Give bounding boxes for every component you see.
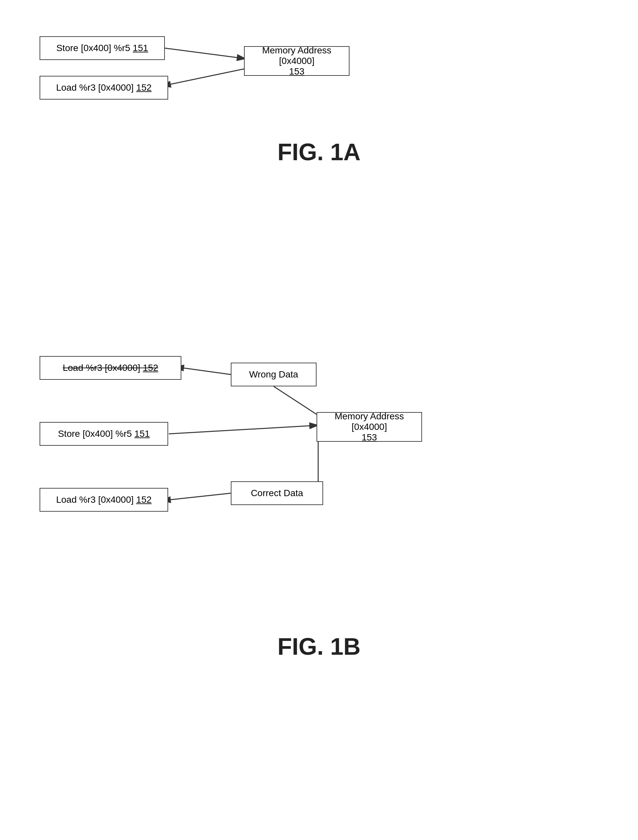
- fig1b-store-box: Store [0x400] %r5 151: [39, 422, 168, 446]
- fig1b-load-correct-box: Load %r3 [0x4000] 152: [39, 488, 168, 512]
- fig1a-load-ref: 152: [136, 82, 152, 93]
- fig1a-memory-box: Memory Address [0x4000] 153: [244, 46, 349, 76]
- svg-line-8: [169, 425, 318, 434]
- fig1b-load-correct-ref: 152: [136, 494, 152, 505]
- fig1b-wrong-data-label: Wrong Data: [249, 369, 298, 380]
- fig1b-memory-line1: Memory Address [0x4000]: [323, 411, 415, 432]
- fig1b-load-wrong-ref: 152: [143, 363, 158, 373]
- fig1b-diagram: Load %r3 [0x4000] 152 Store [0x400] %r5 …: [20, 346, 618, 676]
- fig1b-memory-text: Memory Address [0x4000] 153: [323, 411, 415, 443]
- fig1a-store-box: Store [0x400] %r5 151: [39, 36, 165, 60]
- fig1b-correct-data-label: Correct Data: [251, 488, 303, 499]
- fig1a-store-text: Store [0x400] %r5 151: [56, 43, 148, 54]
- fig1a-store-ref: 151: [133, 43, 148, 53]
- svg-line-10: [274, 386, 318, 415]
- fig1a-memory-text: Memory Address [0x4000] 153: [251, 45, 343, 77]
- fig1a-diagram: Store [0x400] %r5 151 Load %r3 [0x4000] …: [20, 20, 618, 211]
- fig1b-load-wrong-box: Load %r3 [0x4000] 152: [39, 356, 182, 380]
- fig1a-memory-line2: 153: [251, 66, 343, 77]
- fig1a-load-text: Load %r3 [0x4000] 152: [56, 82, 152, 93]
- fig1b-load-correct-text: Load %r3 [0x4000] 152: [56, 494, 152, 505]
- fig1a-load-box: Load %r3 [0x4000] 152: [39, 76, 168, 99]
- fig1b-store-ref: 151: [134, 429, 150, 439]
- fig1b-memory-box: Memory Address [0x4000] 153: [316, 412, 422, 442]
- fig1a-memory-line1: Memory Address [0x4000]: [251, 45, 343, 66]
- fig1b-load-wrong-text: Load %r3 [0x4000] 152: [63, 363, 158, 373]
- fig1b-caption: FIG. 1B: [20, 633, 618, 660]
- svg-line-9: [170, 493, 231, 500]
- svg-line-3: [170, 69, 246, 84]
- fig1a-caption: FIG. 1A: [20, 139, 618, 166]
- svg-line-2: [165, 48, 246, 59]
- fig1b-correct-data-box: Correct Data: [231, 481, 323, 505]
- fig1b-wrong-data-box: Wrong Data: [231, 363, 316, 386]
- fig1b-store-text: Store [0x400] %r5 151: [58, 429, 150, 439]
- fig1b-memory-line2: 153: [323, 432, 415, 443]
- page: Store [0x400] %r5 151 Load %r3 [0x4000] …: [0, 0, 638, 840]
- svg-line-7: [183, 368, 231, 374]
